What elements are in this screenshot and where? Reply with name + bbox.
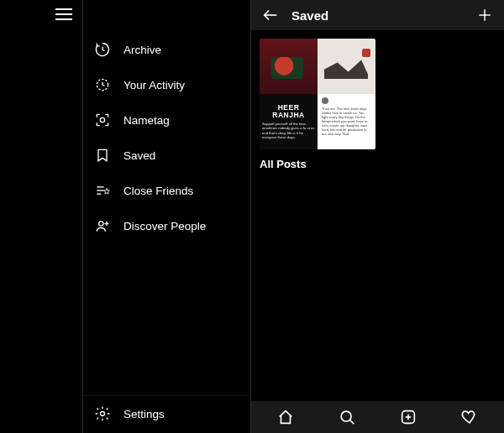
sidebar-item-label: Saved — [123, 149, 155, 162]
bookmark-icon — [93, 146, 112, 164]
svg-point-9 — [101, 412, 105, 416]
sidebar-item-label: Settings — [123, 408, 165, 420]
thumb-tile: Trust me. The next times days weeks how … — [318, 94, 375, 149]
nav-activity[interactable] — [451, 401, 488, 433]
avatar-icon — [322, 97, 328, 104]
header: Saved — [251, 0, 504, 30]
sidebar-item-saved[interactable]: Saved — [83, 138, 250, 173]
thumb-tile — [318, 39, 375, 94]
sidebar-item-discover-people[interactable]: Discover People — [83, 208, 250, 243]
content: HEER RANJHA Support yourself all the tim… — [251, 30, 504, 401]
thumb-tile: HEER RANJHA Support yourself all the tim… — [260, 94, 318, 149]
collection-thumbnail: HEER RANJHA Support yourself all the tim… — [260, 39, 375, 149]
sidebar-item-archive[interactable]: Archive — [83, 32, 250, 67]
left-gutter — [0, 0, 83, 433]
svg-point-6 — [99, 222, 103, 226]
sidebar-item-nametag[interactable]: Nametag — [83, 102, 250, 138]
thumb-tile — [260, 39, 318, 94]
gear-icon — [93, 404, 112, 423]
sidebar-item-label: Archive — [123, 44, 161, 56]
discover-people-icon — [93, 216, 112, 235]
nav-add-post[interactable] — [390, 401, 427, 433]
svg-marker-5 — [104, 189, 110, 195]
svg-point-13 — [341, 411, 351, 421]
nav-home[interactable] — [267, 401, 304, 433]
back-icon[interactable] — [261, 6, 280, 24]
sidebar-item-label: Your Activity — [123, 79, 185, 91]
sidebar: Archive Your Activity Nametag — [83, 0, 251, 433]
thumb-heading: RANJHA — [262, 112, 315, 119]
add-icon[interactable] — [475, 6, 494, 24]
sidebar-item-label: Discover People — [123, 220, 206, 232]
bottom-nav — [251, 401, 504, 433]
svg-point-1 — [100, 117, 104, 122]
svg-line-14 — [350, 420, 354, 425]
thumb-caption: Support yourself all the time. ometimes … — [262, 122, 315, 139]
nametag-icon — [93, 111, 112, 129]
sidebar-item-your-activity[interactable]: Your Activity — [83, 67, 250, 102]
sidebar-top-spacer — [83, 0, 250, 32]
page-title: Saved — [291, 8, 464, 23]
main: Saved HEER RANJHA Support yourself all t… — [251, 0, 504, 433]
sidebar-item-label: Nametag — [123, 114, 170, 127]
sidebar-item-settings[interactable]: Settings — [83, 395, 250, 433]
activity-clock-icon — [93, 76, 112, 94]
collection-all-posts[interactable]: HEER RANJHA Support yourself all the tim… — [260, 39, 375, 170]
hamburger-icon[interactable] — [55, 8, 72, 20]
sidebar-item-close-friends[interactable]: Close Friends — [83, 173, 250, 208]
close-friends-icon — [93, 181, 112, 200]
sidebar-item-label: Close Friends — [123, 185, 193, 197]
sidebar-menu: Archive Your Activity Nametag — [83, 32, 250, 395]
collection-label: All Posts — [260, 158, 375, 170]
thumb-body: Trust me. The next times days weeks how … — [322, 107, 371, 136]
nav-search[interactable] — [328, 401, 365, 433]
archive-icon — [93, 40, 112, 59]
